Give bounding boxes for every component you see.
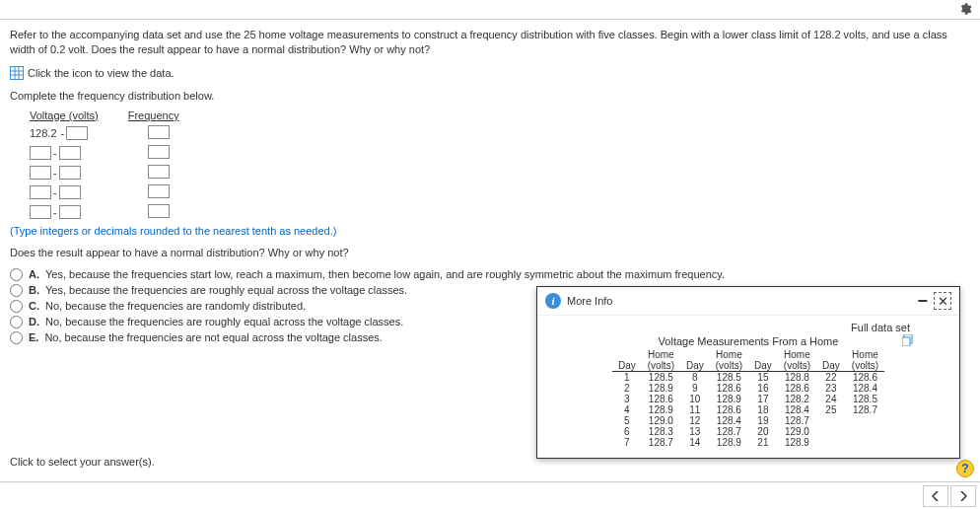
next-button[interactable]: [950, 485, 976, 507]
mc-radio[interactable]: [10, 268, 23, 281]
col-header: Day: [612, 360, 642, 372]
col-header: (volts): [642, 360, 680, 372]
cell: 23: [816, 383, 846, 394]
voltage-lower-input[interactable]: [30, 166, 51, 180]
cell: 4: [612, 404, 642, 415]
svg-rect-7: [902, 337, 910, 346]
mc-letter: E.: [29, 331, 38, 343]
col-frequency: Frequency: [128, 109, 179, 122]
mc-radio[interactable]: [10, 331, 23, 344]
view-data-row[interactable]: Click the icon to view the data.: [10, 66, 970, 80]
popup-body: Full data set Voltage Measurements From …: [537, 315, 959, 458]
cell: 5: [612, 415, 642, 426]
cell: 14: [680, 437, 710, 448]
cell: [816, 426, 846, 437]
table-row: 6128.313128.720129.0: [612, 426, 884, 437]
mc-letter: B.: [29, 284, 39, 296]
cell: 128.9: [642, 383, 680, 394]
cell: 128.7: [846, 404, 884, 415]
full-data-link[interactable]: Full data set: [547, 322, 949, 333]
prev-button[interactable]: [923, 485, 948, 507]
mc-radio[interactable]: [10, 316, 23, 328]
cell: 129.0: [642, 415, 680, 426]
cell: 2: [612, 383, 642, 394]
table-row: 2128.99128.616128.623128.4: [612, 383, 884, 394]
cell: [846, 437, 884, 448]
mc-letter: D.: [29, 316, 39, 327]
cell: 128.4: [778, 404, 816, 415]
frequency-input[interactable]: [148, 165, 170, 179]
cell: 11: [680, 404, 710, 415]
cell: 128.2: [778, 394, 816, 404]
cell: 24: [816, 394, 846, 404]
col-header: (volts): [778, 360, 816, 372]
voltage-upper-input[interactable]: [59, 205, 81, 219]
group-header: Home: [642, 349, 680, 360]
frequency-input[interactable]: [148, 125, 170, 139]
minimize-button[interactable]: −: [917, 291, 928, 312]
mc-text: No, because the frequencies are roughly …: [45, 316, 403, 327]
cell: 21: [748, 437, 778, 448]
more-info-popup: i More Info − ✕ Full data set Voltage Me…: [536, 286, 960, 459]
frequency-input[interactable]: [148, 184, 170, 198]
table-row: 7128.714128.921128.9: [612, 437, 884, 448]
gear-icon[interactable]: [958, 2, 972, 18]
complete-hint: Complete the frequency distribution belo…: [10, 90, 970, 102]
help-button[interactable]: ?: [956, 460, 974, 477]
cell: 128.7: [642, 437, 680, 448]
cell: 15: [748, 372, 778, 384]
cell: 3: [612, 394, 642, 404]
mc-text: Yes, because the frequencies start low, …: [45, 268, 725, 280]
cell: 128.6: [846, 372, 884, 384]
cell: 128.6: [710, 404, 748, 415]
mc-text: No, because the frequencies are not equa…: [44, 331, 382, 343]
voltage-lower-input[interactable]: [30, 205, 51, 219]
mc-letter: A.: [29, 268, 39, 280]
cell: 22: [816, 372, 846, 384]
nav-bar: [0, 481, 980, 509]
cell: 13: [680, 426, 710, 437]
col-header: Day: [748, 360, 778, 372]
cell: 9: [680, 383, 710, 394]
group-header: Home: [710, 349, 748, 360]
mc-radio[interactable]: [10, 284, 23, 297]
voltage-upper-input[interactable]: [66, 126, 88, 140]
cell: 19: [748, 415, 778, 426]
view-data-label: Click the icon to view the data.: [28, 67, 175, 79]
frequency-table: Voltage (volts) Frequency 128.2 - - - - …: [30, 109, 970, 221]
voltage-upper-input[interactable]: [59, 146, 81, 160]
voltage-upper-input[interactable]: [59, 185, 81, 199]
group-header: Home: [846, 349, 884, 360]
cell: 17: [748, 394, 778, 404]
mc-prompt: Does the result appear to have a normal …: [10, 247, 970, 258]
voltage-upper-input[interactable]: [59, 166, 81, 180]
voltage-lower-input[interactable]: [30, 185, 51, 199]
cell: 20: [748, 426, 778, 437]
frequency-input[interactable]: [148, 204, 170, 218]
data-table: HomeHomeHomeHome Day(volts)Day(volts)Day…: [612, 349, 884, 448]
mc-radio[interactable]: [10, 300, 23, 313]
cell: 1: [612, 372, 642, 384]
table-row: -: [30, 203, 970, 221]
voltage-lower-input[interactable]: [30, 146, 51, 160]
popup-header: i More Info − ✕: [537, 287, 959, 315]
table-row: 4128.911128.618128.425128.7: [612, 404, 884, 415]
close-button[interactable]: ✕: [934, 292, 951, 310]
mc-option[interactable]: A.Yes, because the frequencies start low…: [10, 268, 970, 281]
cell: 16: [748, 383, 778, 394]
cell: [816, 415, 846, 426]
cell: 128.6: [642, 394, 680, 404]
cell: 128.5: [710, 372, 748, 384]
cell: 128.8: [778, 372, 816, 384]
cell: 128.9: [710, 437, 748, 448]
frequency-input[interactable]: [148, 145, 170, 159]
cell: 128.4: [710, 415, 748, 426]
cell: [846, 426, 884, 437]
cell: 6: [612, 426, 642, 437]
cell: 10: [680, 394, 710, 404]
cell: 128.3: [642, 426, 680, 437]
cell: 128.4: [846, 383, 884, 394]
table-icon: [10, 66, 24, 80]
copy-icon[interactable]: [902, 334, 914, 346]
table-row: -: [30, 183, 970, 201]
